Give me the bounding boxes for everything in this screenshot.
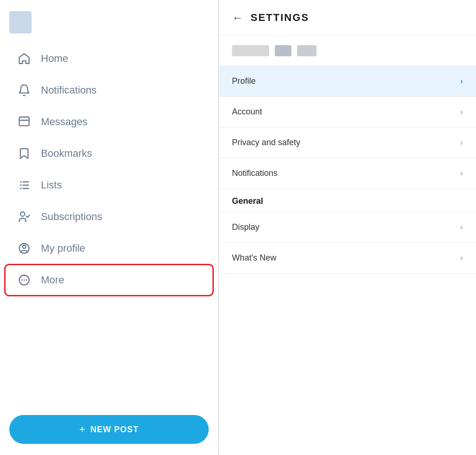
settings-item-label-privacy-safety: Privacy and safety: [232, 138, 300, 147]
settings-header: ← SETTINGS: [219, 0, 476, 36]
sidebar-item-label-messages: Messages: [41, 116, 87, 128]
settings-item-privacy-safety[interactable]: Privacy and safety ›: [219, 127, 476, 158]
chevron-right-icon-account: ›: [460, 107, 463, 117]
sidebar-item-my-profile[interactable]: My profile: [6, 234, 212, 263]
plus-icon: +: [79, 423, 86, 435]
sidebar-item-label-bookmarks: Bookmarks: [41, 147, 92, 160]
main-content: ← SETTINGS Profile › Account › Privacy a…: [218, 0, 476, 455]
sidebar-item-label-my-profile: My profile: [41, 242, 85, 254]
sidebar-item-label-subscriptions: Subscriptions: [41, 211, 102, 223]
chevron-right-icon-notifications: ›: [460, 168, 463, 178]
settings-item-profile[interactable]: Profile ›: [219, 66, 476, 97]
general-section-header: General: [219, 189, 476, 212]
sidebar-item-label-more: More: [41, 274, 64, 286]
new-post-button[interactable]: + NEW POST: [9, 415, 209, 444]
chevron-right-icon-privacy: ›: [460, 138, 463, 147]
lists-icon: [17, 178, 32, 193]
sidebar-item-label-lists: Lists: [41, 179, 62, 191]
settings-body: Profile › Account › Privacy and safety ›…: [219, 36, 476, 274]
settings-item-notifications[interactable]: Notifications ›: [219, 158, 476, 189]
chevron-right-icon-whats-new: ›: [460, 253, 463, 263]
settings-item-label-notifications: Notifications: [232, 168, 278, 178]
svg-point-13: [24, 280, 25, 281]
svg-point-12: [21, 280, 23, 281]
sidebar-nav: Home Notifications Messages Bookmarks: [0, 43, 218, 408]
avatar-placeholder-1: [232, 45, 269, 56]
settings-item-whats-new[interactable]: What's New ›: [219, 243, 476, 274]
avatar-placeholder-2: [275, 45, 291, 56]
svg-point-10: [23, 245, 26, 248]
settings-item-label-whats-new: What's New: [232, 253, 276, 263]
sidebar-item-bookmarks[interactable]: Bookmarks: [6, 139, 212, 168]
my-profile-icon: [17, 241, 32, 256]
settings-title: SETTINGS: [251, 12, 309, 24]
avatar-placeholder-3: [297, 45, 317, 56]
sidebar-item-subscriptions[interactable]: Subscriptions: [6, 202, 212, 232]
message-icon: [17, 114, 32, 129]
new-post-label: NEW POST: [90, 425, 139, 435]
svg-rect-0: [20, 117, 29, 126]
settings-item-label-profile: Profile: [232, 76, 256, 86]
sidebar-item-more[interactable]: More: [6, 265, 212, 295]
more-icon: [17, 273, 32, 288]
sidebar: Home Notifications Messages Bookmarks: [0, 0, 218, 455]
sidebar-item-lists[interactable]: Lists: [6, 170, 212, 200]
sidebar-item-label-notifications: Notifications: [41, 84, 97, 96]
sidebar-item-notifications[interactable]: Notifications: [6, 75, 212, 105]
bookmark-icon: [17, 146, 32, 161]
general-section-label: General: [232, 196, 263, 206]
svg-point-14: [26, 280, 27, 281]
chevron-right-icon-profile: ›: [460, 76, 463, 86]
back-button[interactable]: ←: [232, 11, 243, 24]
settings-item-account[interactable]: Account ›: [219, 97, 476, 127]
chevron-right-icon-display: ›: [460, 222, 463, 232]
app-logo: [9, 11, 32, 33]
bell-icon: [17, 83, 32, 98]
profile-avatar-area: [219, 36, 476, 66]
settings-item-label-display: Display: [232, 222, 259, 232]
sidebar-item-home[interactable]: Home: [6, 44, 212, 74]
home-icon: [17, 51, 32, 66]
svg-point-8: [20, 212, 25, 216]
settings-item-label-account: Account: [232, 107, 262, 117]
sidebar-item-messages[interactable]: Messages: [6, 107, 212, 137]
settings-item-display[interactable]: Display ›: [219, 212, 476, 243]
sidebar-item-label-home: Home: [41, 53, 68, 65]
subscriptions-icon: [17, 209, 32, 224]
